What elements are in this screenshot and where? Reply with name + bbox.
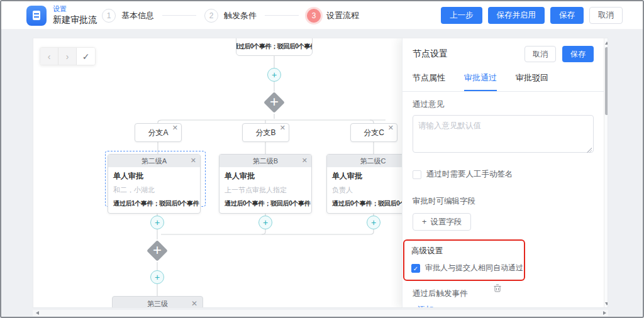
tab-approval-pass[interactable]: 审批通过 — [464, 72, 497, 91]
scrollbar-thumb[interactable] — [605, 47, 608, 115]
tab-node-properties[interactable]: 节点属性 — [413, 72, 445, 91]
step-number: 2 — [204, 9, 218, 23]
card-header: 第二级A ✕ — [108, 155, 200, 167]
redo-button[interactable]: › — [58, 48, 77, 65]
step-basic-info[interactable]: 1 基本信息 — [102, 9, 154, 23]
wizard-stepper: 1 基本信息 2 触发条件 3 设置流程 — [102, 1, 359, 30]
branch-node-a[interactable]: 分支A ✕ — [135, 123, 182, 142]
node-title: 第三级 — [147, 300, 168, 307]
scroll-up-arrow-icon[interactable] — [605, 41, 608, 45]
scroll-right-arrow-icon[interactable] — [603, 311, 606, 315]
plus-icon: + — [272, 70, 277, 80]
close-icon[interactable]: ✕ — [191, 157, 196, 164]
plus-icon: + — [422, 217, 426, 226]
horizontal-scrollbar[interactable] — [33, 310, 608, 316]
comment-input[interactable] — [413, 115, 594, 153]
checkbox-label: 通过时需要人工手动签名 — [426, 169, 513, 180]
card-header: 第二级B ✕ — [219, 155, 311, 167]
chevron-right-icon: › — [66, 52, 69, 62]
event-summary: 通过后0个事件；驳回后0个事件 — [225, 199, 306, 208]
plus-icon: + — [264, 92, 285, 113]
add-node-button[interactable]: + — [367, 216, 380, 229]
panel-content: 节点设置 取消 保存 节点属性 审批通过 审批驳回 通过意见 通过时需要人工手动… — [402, 38, 604, 308]
save-button[interactable]: 保存 — [550, 7, 584, 24]
breadcrumb: 设置 — [53, 5, 97, 13]
set-fields-button[interactable]: + 设置字段 — [413, 213, 471, 231]
approval-card-b[interactable]: 第二级B ✕ 单人审批 上一节点审批人指定 通过后0个事件；驳回后0个事件 — [219, 154, 312, 214]
step-label: 设置流程 — [326, 10, 359, 21]
plus-icon: + — [155, 217, 160, 228]
close-icon[interactable]: ✕ — [302, 157, 308, 164]
step-trigger-condition[interactable]: 2 触发条件 — [204, 9, 257, 23]
add-node-button[interactable]: + — [150, 270, 164, 284]
panel-tabs: 节点属性 审批通过 审批驳回 — [402, 67, 604, 92]
manual-sign-checkbox[interactable] — [413, 170, 421, 179]
approval-card-a-selected[interactable]: 第二级A ✕ 单人审批 和二，小湖北 通过后1个事件；驳回后0个事件 — [108, 154, 201, 214]
card-title: 第二级A — [142, 157, 167, 165]
branch-label: 分支C — [364, 128, 384, 138]
resize-grip-icon[interactable] — [587, 148, 592, 153]
card-title: 第二级C — [360, 157, 386, 165]
advanced-settings-annotation-box: 高级设置 审批人与提交人相同自动通过 — [403, 239, 525, 281]
close-icon[interactable]: ✕ — [280, 124, 286, 131]
header-actions: 上一步 保存并启用 保存 取消 — [441, 7, 623, 24]
approver-names: 上一节点审批人指定 — [225, 185, 306, 195]
step-number: 1 — [102, 9, 116, 23]
chevron-left-icon: ‹ — [48, 52, 51, 62]
scroll-left-arrow-icon[interactable] — [36, 311, 39, 315]
panel-title: 节点设置 — [413, 48, 525, 60]
step-label: 触发条件 — [224, 10, 257, 21]
step-set-process-active[interactable]: 3 设置流程 — [307, 9, 359, 23]
button-label: 设置字段 — [430, 217, 462, 228]
scroll-down-arrow-icon[interactable] — [605, 302, 608, 305]
step-connector — [162, 15, 196, 16]
branch-node-b[interactable]: 分支B ✕ — [242, 123, 289, 142]
approver-names: 和二，小湖北 — [113, 185, 195, 195]
tab-approval-reject[interactable]: 审批驳回 — [516, 72, 548, 91]
checkbox-label: 审批人与提交人相同自动通过 — [425, 263, 523, 273]
manual-sign-row[interactable]: 通过时需要人工手动签名 — [413, 169, 594, 180]
auto-pass-checkbox-checked[interactable] — [411, 264, 420, 273]
flow-canvas[interactable]: ‹ › ✓ 通过后0个事件；驳回后0个事件 + + 分支A ✕ 分支B ✕ 分支… — [33, 38, 608, 308]
app-titles: 设置 新建审批流 — [53, 5, 97, 25]
panel-cancel-button[interactable]: 取消 — [525, 46, 556, 62]
comment-input-wrap — [413, 115, 594, 155]
add-node-button[interactable]: + — [267, 68, 281, 82]
branch-label: 分支A — [148, 128, 168, 138]
add-node-button[interactable]: + — [258, 216, 272, 229]
branch-gateway-top[interactable]: + — [264, 92, 285, 113]
advanced-settings-label: 高级设置 — [411, 246, 524, 256]
flow-node-level3[interactable]: 第三级 ✕ — [112, 296, 203, 308]
plus-icon: + — [155, 272, 160, 282]
step-number: 3 — [307, 9, 321, 23]
plus-icon: + — [147, 240, 168, 261]
flow-node-start[interactable]: 通过后0个事件；驳回后0个事件 — [236, 38, 313, 56]
branch-gateway-bottom[interactable]: + — [147, 240, 168, 261]
editable-fields-label: 审批时可编辑字段 — [413, 196, 594, 207]
panel-header: 节点设置 取消 保存 — [402, 38, 604, 67]
close-icon[interactable]: ✕ — [172, 124, 178, 131]
node-settings-panel: 节点设置 取消 保存 节点属性 审批通过 审批驳回 通过意见 通过时需要人工手动… — [402, 38, 608, 308]
event-summary: 通过后1个事件；驳回后0个事件 — [113, 199, 195, 208]
validate-button[interactable]: ✓ — [77, 48, 95, 65]
branch-label: 分支B — [255, 128, 275, 138]
undo-button[interactable]: ‹ — [40, 48, 58, 65]
panel-scrollbar[interactable] — [604, 38, 608, 308]
branch-node-c[interactable]: 分支C ✕ — [350, 123, 397, 142]
plus-icon: + — [263, 217, 268, 228]
add-node-button[interactable]: + — [150, 216, 164, 229]
close-icon[interactable]: ✕ — [388, 124, 394, 131]
step-label: 基本信息 — [121, 10, 154, 21]
add-event-link[interactable]: +添加 — [413, 304, 594, 308]
close-icon[interactable]: ✕ — [191, 300, 197, 307]
page-title: 新建审批流 — [53, 14, 97, 25]
trash-icon[interactable] — [494, 284, 501, 292]
app-logo-icon — [26, 6, 47, 26]
save-and-enable-button[interactable]: 保存并启用 — [488, 7, 545, 24]
prev-step-button[interactable]: 上一步 — [441, 7, 482, 24]
comment-section-label: 通过意见 — [413, 99, 594, 110]
panel-save-button[interactable]: 保存 — [562, 46, 594, 62]
check-icon: ✓ — [82, 52, 90, 62]
auto-pass-row[interactable]: 审批人与提交人相同自动通过 — [411, 263, 524, 273]
cancel-button[interactable]: 取消 — [589, 7, 623, 24]
